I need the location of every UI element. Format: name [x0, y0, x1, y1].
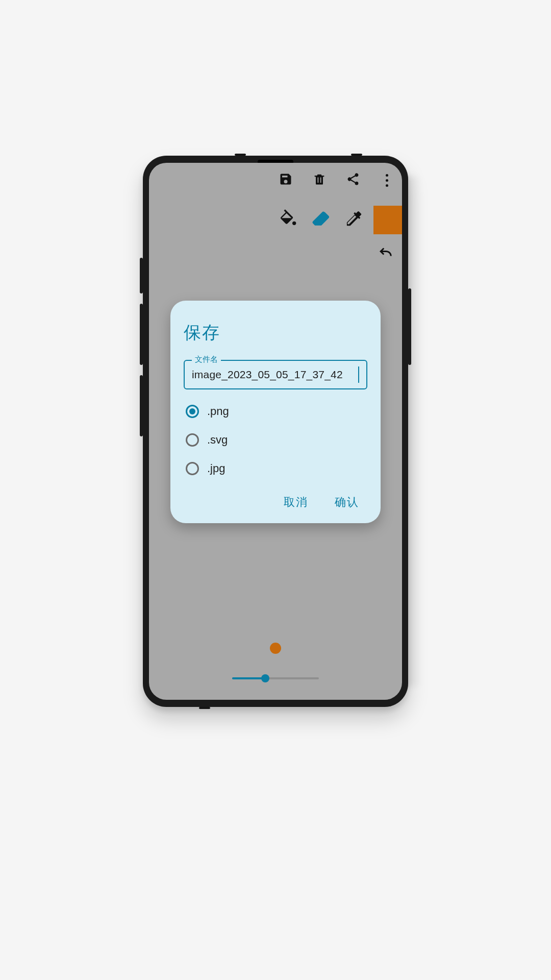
dialog-actions: 取消 确认	[184, 495, 367, 510]
phone-side-button	[140, 375, 143, 436]
app-screen: 保存 文件名 .png .svg .jpg	[149, 163, 402, 700]
format-option-png[interactable]: .png	[186, 405, 367, 418]
radio-label: .png	[207, 405, 229, 418]
phone-frame: 保存 文件名 .png .svg .jpg	[143, 156, 408, 707]
filename-input[interactable]	[192, 369, 358, 381]
save-dialog: 保存 文件名 .png .svg .jpg	[170, 301, 381, 523]
dialog-title: 保存	[184, 321, 367, 345]
phone-side-button	[140, 304, 143, 365]
radio-label: .jpg	[207, 462, 225, 475]
radio-icon	[186, 405, 199, 418]
phone-sensor	[199, 707, 210, 709]
text-caret	[358, 366, 359, 383]
format-option-svg[interactable]: .svg	[186, 433, 367, 447]
phone-side-button	[408, 288, 411, 365]
format-option-jpg[interactable]: .jpg	[186, 462, 367, 475]
filename-field-label: 文件名	[192, 355, 221, 364]
phone-side-button	[140, 258, 143, 293]
radio-label: .svg	[207, 433, 228, 447]
confirm-button[interactable]: 确认	[335, 495, 359, 510]
phone-sensor	[351, 154, 362, 156]
radio-icon	[186, 433, 199, 447]
filename-field[interactable]: 文件名	[184, 360, 367, 389]
format-radio-group: .png .svg .jpg	[184, 405, 367, 475]
radio-icon	[186, 462, 199, 475]
cancel-button[interactable]: 取消	[284, 495, 308, 510]
phone-sensor	[235, 154, 246, 156]
